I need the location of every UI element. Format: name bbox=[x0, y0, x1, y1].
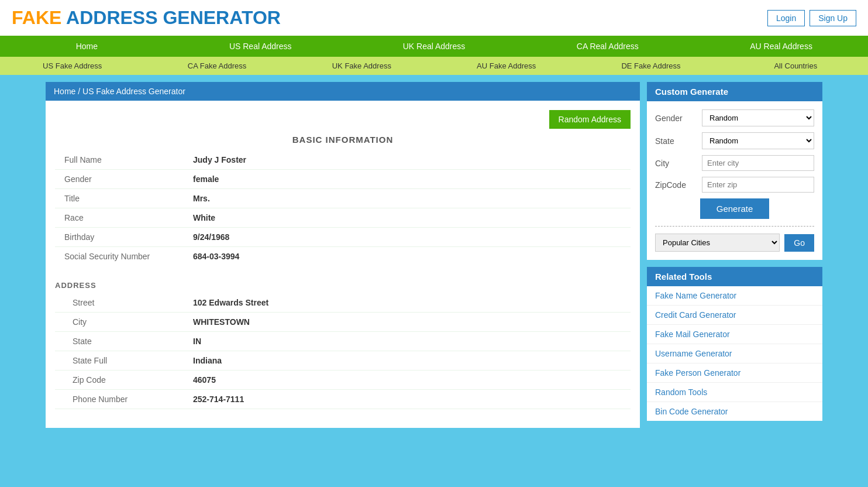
main-container: Home / US Fake Address Generator Random … bbox=[36, 75, 832, 435]
field-label: State bbox=[55, 332, 184, 351]
field-value: White bbox=[184, 208, 631, 228]
table-row: Birthday 9/24/1968 bbox=[55, 228, 631, 247]
field-value: 684-03-3994 bbox=[184, 247, 631, 266]
zipcode-row: ZipCode bbox=[655, 177, 814, 193]
table-row: Phone Number 252-714-7111 bbox=[55, 390, 631, 409]
breadcrumb-home[interactable]: Home bbox=[54, 87, 75, 96]
city-row: City bbox=[655, 155, 814, 171]
zipcode-input[interactable] bbox=[702, 177, 814, 193]
city-control bbox=[702, 155, 814, 171]
list-item: Random Tools bbox=[647, 383, 822, 402]
nav-de-fake[interactable]: DE Fake Address bbox=[578, 57, 723, 75]
content-panel: Home / US Fake Address Generator Random … bbox=[46, 82, 640, 428]
list-item: Bin Code Generator bbox=[647, 402, 822, 421]
table-row: State IN bbox=[55, 332, 631, 351]
breadcrumb-separator: / bbox=[78, 87, 80, 96]
list-item: Fake Mail Generator bbox=[647, 325, 822, 344]
list-item: Username Generator bbox=[647, 344, 822, 363]
field-label: Gender bbox=[55, 170, 184, 189]
nav-ca-real[interactable]: CA Real Address bbox=[521, 36, 694, 57]
custom-generate-card: Custom Generate Gender Random Male Femal… bbox=[647, 82, 822, 260]
table-row: Zip Code 46075 bbox=[55, 371, 631, 390]
breadcrumb: Home / US Fake Address Generator bbox=[46, 82, 640, 101]
table-row: City WHITESTOWN bbox=[55, 313, 631, 332]
sidebar-divider bbox=[655, 226, 814, 227]
secondary-nav: US Fake Address CA Fake Address UK Fake … bbox=[0, 57, 868, 75]
field-value: Judy J Foster bbox=[184, 150, 631, 170]
site-header: FAKE ADDRESS GENERATOR Login Sign Up bbox=[0, 0, 868, 36]
breadcrumb-current: US Fake Address Generator bbox=[82, 87, 185, 96]
field-label: Zip Code bbox=[55, 371, 184, 390]
field-label: Race bbox=[55, 208, 184, 228]
site-logo: FAKE ADDRESS GENERATOR bbox=[12, 7, 281, 29]
nav-au-fake[interactable]: AU Fake Address bbox=[434, 57, 578, 75]
logo-rest: ADDRESS GENERATOR bbox=[61, 7, 281, 28]
related-tools-card: Related Tools Fake Name Generator Credit… bbox=[647, 267, 822, 421]
table-row: State Full Indiana bbox=[55, 351, 631, 371]
random-address-wrapper: Random Address bbox=[55, 110, 631, 135]
state-label: State bbox=[655, 136, 702, 146]
table-row: Title Mrs. bbox=[55, 189, 631, 208]
signup-button[interactable]: Sign Up bbox=[810, 10, 856, 26]
city-label: City bbox=[655, 159, 702, 168]
field-value: Mrs. bbox=[184, 189, 631, 208]
zipcode-control bbox=[702, 177, 814, 193]
go-button[interactable]: Go bbox=[784, 234, 814, 252]
list-item: Fake Name Generator bbox=[647, 286, 822, 306]
primary-nav: Home US Real Address UK Real Address CA … bbox=[0, 36, 868, 57]
popular-cities-row: Popular Cities New York Los Angeles Go bbox=[655, 234, 814, 252]
random-address-button[interactable]: Random Address bbox=[549, 110, 631, 129]
nav-uk-fake[interactable]: UK Fake Address bbox=[290, 57, 434, 75]
generate-button[interactable]: Generate bbox=[700, 198, 770, 219]
nav-us-real[interactable]: US Real Address bbox=[174, 36, 347, 57]
related-tool-username[interactable]: Username Generator bbox=[647, 344, 822, 363]
gender-select[interactable]: Random Male Female bbox=[702, 109, 814, 126]
related-tool-fake-person[interactable]: Fake Person Generator bbox=[647, 363, 822, 382]
table-row: Full Name Judy J Foster bbox=[55, 150, 631, 170]
custom-generate-title: Custom Generate bbox=[647, 82, 822, 101]
login-button[interactable]: Login bbox=[767, 10, 805, 26]
nav-uk-real[interactable]: UK Real Address bbox=[347, 36, 521, 57]
field-label: Phone Number bbox=[55, 390, 184, 409]
zipcode-label: ZipCode bbox=[655, 180, 702, 190]
nav-au-real[interactable]: AU Real Address bbox=[694, 36, 868, 57]
gender-control: Random Male Female bbox=[702, 109, 814, 126]
list-item: Fake Person Generator bbox=[647, 363, 822, 383]
field-label: Birthday bbox=[55, 228, 184, 247]
table-row: Street 102 Edwards Street bbox=[55, 293, 631, 313]
related-tool-fake-name[interactable]: Fake Name Generator bbox=[647, 286, 822, 305]
nav-home[interactable]: Home bbox=[0, 36, 174, 57]
field-value: Indiana bbox=[184, 351, 631, 371]
table-row: Social Security Number 684-03-3994 bbox=[55, 247, 631, 266]
related-tool-fake-mail[interactable]: Fake Mail Generator bbox=[647, 325, 822, 344]
list-item: Credit Card Generator bbox=[647, 306, 822, 325]
state-select[interactable]: Random Alabama Alaska Indiana bbox=[702, 132, 814, 149]
popular-cities-select[interactable]: Popular Cities New York Los Angeles bbox=[655, 234, 780, 252]
field-value: female bbox=[184, 170, 631, 189]
field-value: WHITESTOWN bbox=[184, 313, 631, 332]
address-section: ADDRESS Street 102 Edwards Street City W… bbox=[55, 277, 631, 409]
custom-generate-body: Gender Random Male Female State Ra bbox=[647, 101, 822, 260]
gender-row: Gender Random Male Female bbox=[655, 109, 814, 126]
table-row: Gender female bbox=[55, 170, 631, 189]
related-tool-bin-code[interactable]: Bin Code Generator bbox=[647, 402, 822, 421]
field-value: 46075 bbox=[184, 371, 631, 390]
state-control: Random Alabama Alaska Indiana bbox=[702, 132, 814, 149]
related-tool-random-tools[interactable]: Random Tools bbox=[647, 383, 822, 402]
field-label: Full Name bbox=[55, 150, 184, 170]
field-value: 9/24/1968 bbox=[184, 228, 631, 247]
content-body: Random Address BASIC INFORMATION Full Na… bbox=[46, 101, 640, 419]
field-label: Street bbox=[55, 293, 184, 313]
nav-all-countries[interactable]: All Countries bbox=[724, 57, 868, 75]
nav-ca-fake[interactable]: CA Fake Address bbox=[144, 57, 289, 75]
related-tool-credit-card[interactable]: Credit Card Generator bbox=[647, 306, 822, 324]
table-row: Race White bbox=[55, 208, 631, 228]
basic-info-title: BASIC INFORMATION bbox=[55, 135, 631, 145]
nav-us-fake[interactable]: US Fake Address bbox=[0, 57, 144, 75]
city-input[interactable] bbox=[702, 155, 814, 171]
address-table: Street 102 Edwards Street City WHITESTOW… bbox=[55, 293, 631, 409]
state-row: State Random Alabama Alaska Indiana bbox=[655, 132, 814, 149]
related-tools-title: Related Tools bbox=[647, 267, 822, 286]
address-section-title: ADDRESS bbox=[55, 277, 631, 293]
header-buttons: Login Sign Up bbox=[767, 10, 856, 26]
